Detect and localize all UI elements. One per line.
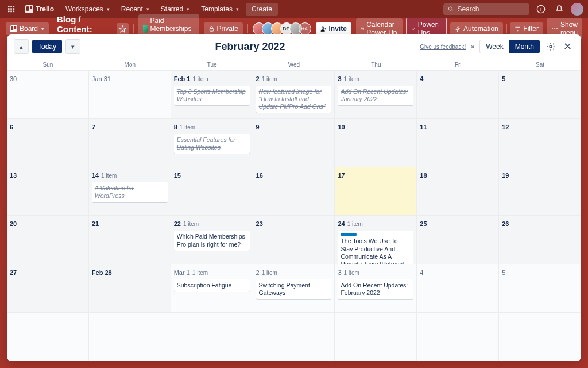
svg-point-23 bbox=[550, 45, 552, 48]
week-view-button[interactable]: Week bbox=[480, 40, 509, 53]
calendar-cell[interactable] bbox=[417, 313, 499, 361]
calendar-header: ▴ Today ▾ February 2022 Give us feedback… bbox=[7, 34, 581, 59]
user-avatar[interactable] bbox=[571, 3, 583, 16]
notifications-icon[interactable] bbox=[552, 2, 566, 16]
star-icon bbox=[119, 25, 126, 33]
automation-label: Automation bbox=[463, 25, 498, 33]
calendar-cell[interactable]: 19 bbox=[499, 167, 581, 216]
board-view-switcher[interactable]: Board bbox=[6, 22, 49, 35]
nav-templates[interactable]: Templates bbox=[196, 3, 243, 16]
item-count: 1 item bbox=[180, 124, 195, 131]
more-icon: ⋯ bbox=[551, 25, 558, 33]
today-button[interactable]: Today bbox=[32, 40, 62, 53]
calendar-cell[interactable]: 10 bbox=[335, 119, 417, 167]
info-icon[interactable]: i bbox=[534, 2, 548, 16]
nav-recent[interactable]: Recent bbox=[117, 3, 154, 16]
svg-point-12 bbox=[448, 7, 452, 10]
calendar-cell[interactable]: 18 bbox=[417, 167, 499, 216]
svg-text:i: i bbox=[540, 6, 541, 12]
calendar-cell[interactable] bbox=[7, 313, 89, 361]
calendar-card[interactable]: Add On Recent Updates: January 2022 bbox=[338, 86, 413, 105]
calendar-cell[interactable] bbox=[253, 313, 335, 361]
calendar-cell[interactable]: 17 bbox=[335, 167, 417, 216]
automation-button[interactable]: Automation bbox=[450, 22, 503, 35]
item-count: 1 item bbox=[183, 221, 199, 227]
calendar-cell[interactable]: 15 bbox=[171, 167, 253, 216]
more-members[interactable]: +4 bbox=[299, 22, 311, 35]
calendar-settings-button[interactable] bbox=[545, 41, 556, 52]
calendar-card[interactable]: Which Paid Memberships Pro plan is right… bbox=[174, 231, 250, 250]
visibility-chip[interactable]: Private bbox=[204, 22, 243, 35]
calendar-cell[interactable]: 6 bbox=[7, 119, 89, 167]
calendar-cell[interactable]: 5 bbox=[499, 71, 581, 119]
search-icon bbox=[448, 6, 454, 13]
calendar-cell[interactable]: Feb 11 itemTop 8 Sports Membership Websi… bbox=[171, 71, 253, 119]
prev-month-button[interactable]: ▴ bbox=[14, 39, 29, 54]
search-box[interactable] bbox=[443, 3, 529, 15]
calendar-card[interactable]: Top 8 Sports Membership Websites bbox=[174, 86, 250, 105]
calendar-cell[interactable]: 31 itemAdd On Recent Updates: February 2… bbox=[335, 264, 417, 313]
calendar-cell[interactable]: 221 itemWhich Paid Memberships Pro plan … bbox=[171, 216, 253, 264]
calendar-cell[interactable]: 25 bbox=[417, 216, 499, 264]
close-feedback[interactable]: ✕ bbox=[470, 44, 475, 50]
calendar-cell[interactable]: 141 itemA Valentine for WordPress bbox=[89, 167, 171, 216]
calendar-card[interactable]: Switching Payment Gateways bbox=[256, 279, 332, 299]
create-button[interactable]: Create bbox=[246, 3, 278, 16]
day-number: 13 bbox=[10, 172, 17, 179]
nav-starred[interactable]: Starred bbox=[156, 3, 194, 16]
calendar-cell[interactable]: 21 bbox=[89, 216, 171, 264]
calendar-cell[interactable]: 21 itemSwitching Payment Gateways bbox=[253, 264, 335, 313]
calendar-cell[interactable]: 16 bbox=[253, 167, 335, 216]
calendar-cell[interactable]: 31 itemAdd On Recent Updates: January 20… bbox=[335, 71, 417, 119]
invite-button[interactable]: Invite bbox=[316, 22, 351, 35]
calendar-card[interactable]: New featured image for "How to Install a… bbox=[256, 86, 332, 113]
star-button[interactable] bbox=[117, 23, 129, 35]
apps-grid-icon[interactable] bbox=[5, 2, 18, 16]
calendar-cell[interactable]: 4 bbox=[417, 71, 499, 119]
filter-icon bbox=[514, 26, 521, 32]
day-number: 12 bbox=[502, 124, 509, 131]
calendar-cell[interactable] bbox=[335, 313, 417, 361]
day-header: Thu bbox=[335, 59, 417, 70]
calendar-cell[interactable]: 81 itemEssential Features for Dating Web… bbox=[171, 119, 253, 167]
calendar-cell[interactable]: 23 bbox=[253, 216, 335, 264]
calendar-cell[interactable]: 241 itemThe Tools We Use To Stay Product… bbox=[335, 216, 417, 264]
calendar-cell[interactable] bbox=[499, 313, 581, 361]
calendar-cell[interactable]: 26 bbox=[499, 216, 581, 264]
calendar-cell[interactable]: 12 bbox=[499, 119, 581, 167]
calendar-cell[interactable]: Mar 11 itemSubscription Fatigue bbox=[171, 264, 253, 313]
calendar-cell[interactable]: 11 bbox=[417, 119, 499, 167]
close-calendar-button[interactable]: ✕ bbox=[561, 39, 574, 54]
calendar-cell[interactable]: 21 itemNew featured image for "How to In… bbox=[253, 71, 335, 119]
card-title: Which Paid Memberships Pro plan is right… bbox=[177, 233, 245, 247]
day-number: Mar 1 bbox=[174, 269, 190, 276]
month-view-button[interactable]: Month bbox=[509, 40, 540, 53]
calendar-cell[interactable]: 20 bbox=[7, 216, 89, 264]
next-month-button[interactable]: ▾ bbox=[65, 39, 80, 54]
calendar-title: February 2022 bbox=[84, 41, 416, 53]
calendar-card[interactable]: The Tools We Use To Stay Productive And … bbox=[338, 231, 413, 264]
calendar-card[interactable]: Subscription Fatigue bbox=[174, 279, 250, 292]
calendar-cell[interactable]: 13 bbox=[7, 167, 89, 216]
calendar-cell[interactable]: 30 bbox=[7, 71, 89, 119]
day-header: Fri bbox=[417, 59, 499, 70]
member-avatars[interactable]: DP +4 bbox=[253, 22, 311, 35]
bolt-icon bbox=[455, 26, 461, 32]
svg-rect-19 bbox=[210, 28, 213, 31]
search-input[interactable] bbox=[458, 5, 525, 13]
calendar-cell[interactable]: Feb 28 bbox=[89, 264, 171, 313]
filter-label: Filter bbox=[523, 25, 539, 33]
feedback-link[interactable]: Give us feedback! bbox=[420, 44, 466, 50]
calendar-cell[interactable]: 9 bbox=[253, 119, 335, 167]
calendar-cell[interactable]: 27 bbox=[7, 264, 89, 313]
calendar-cell[interactable]: 4 bbox=[417, 264, 499, 313]
calendar-cell[interactable] bbox=[171, 313, 253, 361]
calendar-card[interactable]: Essential Features for Dating Websites bbox=[174, 134, 250, 154]
calendar-card[interactable]: A Valentine for WordPress bbox=[92, 182, 168, 202]
calendar-cell[interactable]: 5 bbox=[499, 264, 581, 313]
calendar-cell[interactable]: Jan 31 bbox=[89, 71, 171, 119]
calendar-cell[interactable]: 7 bbox=[89, 119, 171, 167]
calendar-card[interactable]: Add On Recent Updates: February 2022 bbox=[338, 279, 413, 299]
calendar-cell[interactable] bbox=[89, 313, 171, 361]
filter-button[interactable]: Filter bbox=[510, 22, 543, 35]
